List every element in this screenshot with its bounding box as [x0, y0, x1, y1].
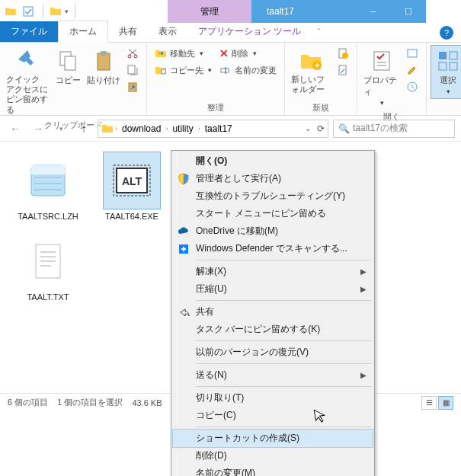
contextual-tab-header: 管理 — [168, 0, 251, 23]
cm-separator — [196, 300, 371, 301]
delete-icon: ✕ — [219, 47, 229, 59]
cm-defender[interactable]: Windows Defender でスキャンする... — [173, 240, 373, 257]
cm-restore-version[interactable]: 以前のバージョンの復元(V) — [173, 343, 373, 361]
cm-copy[interactable]: コピー(C) — [173, 407, 373, 424]
help-icon[interactable]: ? — [440, 26, 453, 40]
clipboard-small-buttons — [123, 46, 142, 94]
cm-separator — [196, 260, 371, 260]
ribbon-collapse-icon[interactable]: ˇ — [312, 26, 325, 40]
chevron-right-icon: ▶ — [360, 267, 367, 276]
svg-rect-2 — [65, 56, 75, 70]
qat-dropdown-icon[interactable]: ▾ — [65, 8, 69, 15]
minimize-button[interactable]: ─ — [356, 0, 391, 23]
cm-separator — [196, 363, 371, 364]
cm-compat[interactable]: 互換性のトラブルシューティング(Y) — [173, 187, 373, 205]
cm-pin-taskbar[interactable]: タスク バーにピン留めする(K) — [173, 321, 373, 338]
forward-button[interactable]: → — [29, 120, 47, 138]
chevron-right-icon[interactable]: › — [198, 125, 200, 133]
cm-separator — [196, 340, 371, 341]
breadcrumb-seg[interactable]: taalt17 — [202, 123, 235, 134]
tab-apptools[interactable]: アプリケーション ツール — [187, 21, 312, 42]
ribbon-group-label — [431, 103, 461, 113]
select-button[interactable]: 選択▾ — [431, 46, 461, 98]
moveto-button[interactable]: 移動先▾ — [152, 46, 215, 61]
paste-button[interactable]: 貼り付け — [85, 46, 122, 89]
breadcrumb-dropdown-icon[interactable]: ⌄ — [305, 124, 311, 133]
cm-compress[interactable]: 圧縮(U)▶ — [173, 280, 373, 298]
cm-extract[interactable]: 解凍(X)▶ — [173, 263, 373, 280]
titlebar-right: taalt17 ─ ☐ ✕ — [251, 0, 461, 23]
cm-separator — [196, 426, 371, 427]
newitem-small-button[interactable] — [334, 46, 352, 61]
easyaccess-icon — [337, 64, 349, 76]
search-input[interactable]: 🔍 taalt17の検索 — [333, 120, 455, 138]
file-item[interactable]: TAALTSRC.LZH — [15, 152, 81, 221]
file-item-selected[interactable]: ALT TAALT64.EXE — [99, 152, 165, 221]
copyto-button[interactable]: コピー先▾ — [152, 62, 215, 78]
thumbnails-view-icon[interactable]: ▦ — [438, 396, 453, 410]
cut-small-button[interactable] — [123, 46, 142, 61]
cm-rename[interactable]: 名前の変更(M) — [173, 465, 373, 476]
svg-rect-10 — [221, 69, 229, 72]
cm-onedrive[interactable]: OneDrive に移動(M) — [173, 222, 373, 240]
tab-share[interactable]: 共有 — [108, 21, 148, 42]
search-placeholder: taalt17の検索 — [353, 122, 408, 135]
chevron-right-icon[interactable]: › — [165, 125, 168, 133]
pasteshortcut-small-button[interactable] — [123, 79, 142, 94]
newfolder-button[interactable]: 新しいフォルダー — [290, 46, 332, 97]
details-view-icon[interactable]: ☰ — [421, 396, 437, 410]
svg-rect-16 — [408, 50, 417, 57]
tab-home[interactable]: ホーム — [58, 21, 108, 43]
cm-share[interactable]: 共有 — [173, 303, 373, 321]
edit-small-button[interactable] — [403, 62, 421, 78]
cm-cut[interactable]: 切り取り(T) — [173, 389, 373, 407]
recent-dropdown-icon[interactable]: ▾ — [52, 120, 70, 138]
close-button[interactable]: ✕ — [426, 0, 461, 23]
delete-button[interactable]: ✕削除▾ — [216, 46, 280, 61]
easyacc-small-button[interactable] — [334, 62, 352, 78]
rename-button[interactable]: 名前の変更 — [216, 62, 280, 78]
breadcrumb-seg[interactable]: download — [119, 123, 164, 134]
rename-icon — [219, 64, 232, 76]
properties-icon — [370, 49, 394, 73]
breadcrumb-seg[interactable]: utility — [169, 123, 196, 134]
pasteshortcut-icon — [126, 81, 139, 93]
qat-checkbox-icon[interactable] — [20, 3, 37, 20]
qat-separator — [43, 5, 43, 18]
refresh-icon[interactable]: ⟳ — [317, 123, 325, 134]
svg-text:ALT: ALT — [122, 175, 142, 187]
paste-icon — [91, 49, 116, 73]
open-small-button[interactable] — [403, 46, 421, 61]
cm-create-shortcut[interactable]: ショートカットの作成(S) — [173, 430, 373, 447]
chevron-right-icon[interactable]: › — [115, 125, 117, 133]
tab-view[interactable]: 表示 — [148, 21, 187, 42]
copypath-small-button[interactable] — [123, 62, 142, 78]
copy-icon — [56, 49, 80, 73]
newitem-icon — [337, 47, 349, 59]
cm-pin-start[interactable]: スタート メニューにピン留める — [173, 205, 373, 222]
back-button[interactable]: ← — [6, 120, 24, 138]
cm-open[interactable]: 開く(O) — [173, 152, 373, 170]
moveto-icon — [155, 47, 167, 59]
history-small-button[interactable] — [403, 79, 421, 94]
pin-quickaccess-button[interactable]: クイック アクセスにピン留めする — [5, 46, 50, 118]
tab-file[interactable]: ファイル — [0, 21, 58, 42]
breadcrumb[interactable]: › download › utility › taalt17 ⌄ ⟳ — [98, 120, 328, 138]
cm-run-admin[interactable]: 管理者として実行(A) — [173, 170, 373, 187]
maximize-button[interactable]: ☐ — [391, 0, 426, 23]
svg-rect-23 — [31, 165, 65, 174]
qat-separator — [75, 5, 75, 18]
window-controls: ─ ☐ ✕ — [356, 0, 461, 23]
select-icon — [436, 49, 460, 73]
svg-rect-3 — [98, 53, 110, 70]
cm-delete[interactable]: 削除(D) — [173, 447, 373, 465]
folder-open-icon[interactable] — [50, 5, 62, 18]
ribbon-tabs: ファイル ホーム 共有 表示 アプリケーション ツール ˇ ? — [0, 23, 461, 43]
ribbon-group-label: 整理 — [152, 101, 280, 113]
properties-button[interactable]: プロパティ▾ — [362, 46, 402, 110]
copy-button[interactable]: コピー — [52, 46, 84, 89]
up-button[interactable]: ↑ — [75, 120, 93, 138]
cm-separator — [196, 386, 371, 387]
cm-sendto[interactable]: 送る(N)▶ — [173, 366, 373, 384]
file-item[interactable]: TAALT.TXT — [15, 233, 81, 302]
